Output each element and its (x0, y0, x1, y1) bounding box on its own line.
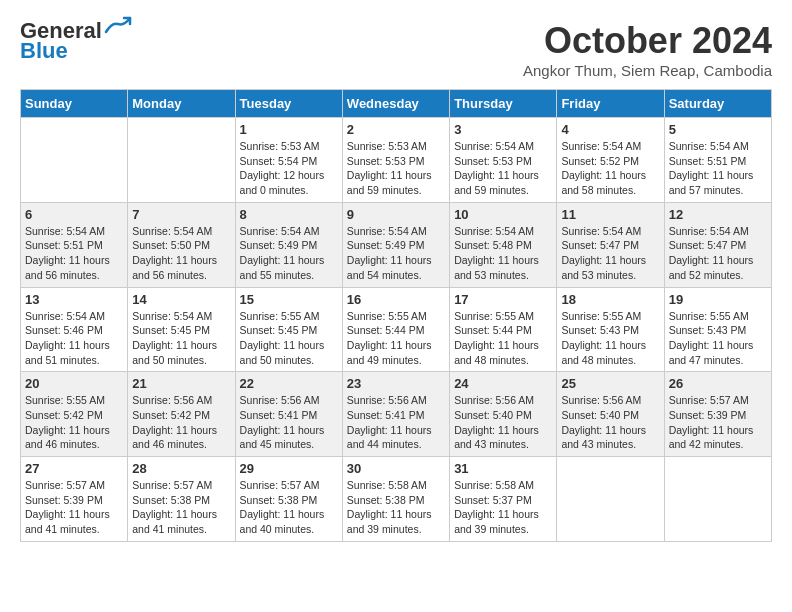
weekday-header-sunday: Sunday (21, 90, 128, 118)
calendar-cell: 18Sunrise: 5:55 AMSunset: 5:43 PMDayligh… (557, 287, 664, 372)
weekday-header-friday: Friday (557, 90, 664, 118)
day-info: Sunrise: 5:56 AMSunset: 5:40 PMDaylight:… (561, 393, 659, 452)
day-info: Sunrise: 5:55 AMSunset: 5:45 PMDaylight:… (240, 309, 338, 368)
day-info: Sunrise: 5:55 AMSunset: 5:44 PMDaylight:… (454, 309, 552, 368)
day-info: Sunrise: 5:54 AMSunset: 5:52 PMDaylight:… (561, 139, 659, 198)
page-header: General Blue October 2024 Angkor Thum, S… (20, 20, 772, 79)
weekday-header-tuesday: Tuesday (235, 90, 342, 118)
day-info: Sunrise: 5:54 AMSunset: 5:48 PMDaylight:… (454, 224, 552, 283)
day-number: 2 (347, 122, 445, 137)
calendar-cell: 9Sunrise: 5:54 AMSunset: 5:49 PMDaylight… (342, 202, 449, 287)
day-number: 21 (132, 376, 230, 391)
calendar-cell: 11Sunrise: 5:54 AMSunset: 5:47 PMDayligh… (557, 202, 664, 287)
day-info: Sunrise: 5:58 AMSunset: 5:38 PMDaylight:… (347, 478, 445, 537)
calendar-cell: 3Sunrise: 5:54 AMSunset: 5:53 PMDaylight… (450, 118, 557, 203)
calendar-cell: 16Sunrise: 5:55 AMSunset: 5:44 PMDayligh… (342, 287, 449, 372)
calendar-cell (557, 457, 664, 542)
day-info: Sunrise: 5:54 AMSunset: 5:49 PMDaylight:… (240, 224, 338, 283)
day-info: Sunrise: 5:54 AMSunset: 5:49 PMDaylight:… (347, 224, 445, 283)
day-number: 25 (561, 376, 659, 391)
calendar-cell: 24Sunrise: 5:56 AMSunset: 5:40 PMDayligh… (450, 372, 557, 457)
day-info: Sunrise: 5:54 AMSunset: 5:50 PMDaylight:… (132, 224, 230, 283)
day-number: 10 (454, 207, 552, 222)
calendar-cell: 2Sunrise: 5:53 AMSunset: 5:53 PMDaylight… (342, 118, 449, 203)
day-number: 22 (240, 376, 338, 391)
day-info: Sunrise: 5:54 AMSunset: 5:53 PMDaylight:… (454, 139, 552, 198)
calendar-cell: 15Sunrise: 5:55 AMSunset: 5:45 PMDayligh… (235, 287, 342, 372)
calendar-week-row-3: 13Sunrise: 5:54 AMSunset: 5:46 PMDayligh… (21, 287, 772, 372)
day-number: 26 (669, 376, 767, 391)
weekday-header-thursday: Thursday (450, 90, 557, 118)
calendar-week-row-2: 6Sunrise: 5:54 AMSunset: 5:51 PMDaylight… (21, 202, 772, 287)
day-number: 23 (347, 376, 445, 391)
calendar-cell (128, 118, 235, 203)
day-info: Sunrise: 5:54 AMSunset: 5:47 PMDaylight:… (561, 224, 659, 283)
day-number: 1 (240, 122, 338, 137)
day-number: 3 (454, 122, 552, 137)
calendar-cell: 21Sunrise: 5:56 AMSunset: 5:42 PMDayligh… (128, 372, 235, 457)
day-number: 6 (25, 207, 123, 222)
logo: General Blue (20, 20, 132, 64)
calendar-cell: 28Sunrise: 5:57 AMSunset: 5:38 PMDayligh… (128, 457, 235, 542)
calendar-cell: 5Sunrise: 5:54 AMSunset: 5:51 PMDaylight… (664, 118, 771, 203)
calendar-cell: 13Sunrise: 5:54 AMSunset: 5:46 PMDayligh… (21, 287, 128, 372)
day-number: 5 (669, 122, 767, 137)
calendar-cell (21, 118, 128, 203)
calendar-cell: 26Sunrise: 5:57 AMSunset: 5:39 PMDayligh… (664, 372, 771, 457)
day-number: 12 (669, 207, 767, 222)
day-info: Sunrise: 5:53 AMSunset: 5:53 PMDaylight:… (347, 139, 445, 198)
weekday-header-monday: Monday (128, 90, 235, 118)
day-number: 17 (454, 292, 552, 307)
day-number: 18 (561, 292, 659, 307)
day-number: 13 (25, 292, 123, 307)
day-info: Sunrise: 5:56 AMSunset: 5:41 PMDaylight:… (347, 393, 445, 452)
calendar-cell: 12Sunrise: 5:54 AMSunset: 5:47 PMDayligh… (664, 202, 771, 287)
day-info: Sunrise: 5:55 AMSunset: 5:42 PMDaylight:… (25, 393, 123, 452)
calendar-cell: 10Sunrise: 5:54 AMSunset: 5:48 PMDayligh… (450, 202, 557, 287)
day-info: Sunrise: 5:54 AMSunset: 5:46 PMDaylight:… (25, 309, 123, 368)
month-title: October 2024 (523, 20, 772, 62)
day-info: Sunrise: 5:54 AMSunset: 5:45 PMDaylight:… (132, 309, 230, 368)
day-info: Sunrise: 5:54 AMSunset: 5:51 PMDaylight:… (25, 224, 123, 283)
calendar-cell: 25Sunrise: 5:56 AMSunset: 5:40 PMDayligh… (557, 372, 664, 457)
day-number: 15 (240, 292, 338, 307)
day-number: 28 (132, 461, 230, 476)
day-number: 19 (669, 292, 767, 307)
logo-bird-icon (104, 14, 132, 36)
day-number: 7 (132, 207, 230, 222)
day-number: 8 (240, 207, 338, 222)
calendar-cell: 1Sunrise: 5:53 AMSunset: 5:54 PMDaylight… (235, 118, 342, 203)
day-number: 9 (347, 207, 445, 222)
day-number: 4 (561, 122, 659, 137)
day-info: Sunrise: 5:58 AMSunset: 5:37 PMDaylight:… (454, 478, 552, 537)
weekday-header-row: SundayMondayTuesdayWednesdayThursdayFrid… (21, 90, 772, 118)
day-info: Sunrise: 5:57 AMSunset: 5:38 PMDaylight:… (240, 478, 338, 537)
calendar-cell: 8Sunrise: 5:54 AMSunset: 5:49 PMDaylight… (235, 202, 342, 287)
day-number: 31 (454, 461, 552, 476)
calendar-cell: 22Sunrise: 5:56 AMSunset: 5:41 PMDayligh… (235, 372, 342, 457)
calendar-week-row-5: 27Sunrise: 5:57 AMSunset: 5:39 PMDayligh… (21, 457, 772, 542)
day-info: Sunrise: 5:55 AMSunset: 5:44 PMDaylight:… (347, 309, 445, 368)
calendar-cell: 27Sunrise: 5:57 AMSunset: 5:39 PMDayligh… (21, 457, 128, 542)
day-info: Sunrise: 5:55 AMSunset: 5:43 PMDaylight:… (669, 309, 767, 368)
calendar-cell: 20Sunrise: 5:55 AMSunset: 5:42 PMDayligh… (21, 372, 128, 457)
location-subtitle: Angkor Thum, Siem Reap, Cambodia (523, 62, 772, 79)
day-info: Sunrise: 5:56 AMSunset: 5:42 PMDaylight:… (132, 393, 230, 452)
day-number: 20 (25, 376, 123, 391)
day-info: Sunrise: 5:56 AMSunset: 5:41 PMDaylight:… (240, 393, 338, 452)
calendar-cell: 30Sunrise: 5:58 AMSunset: 5:38 PMDayligh… (342, 457, 449, 542)
day-number: 29 (240, 461, 338, 476)
calendar-table: SundayMondayTuesdayWednesdayThursdayFrid… (20, 89, 772, 542)
calendar-cell: 17Sunrise: 5:55 AMSunset: 5:44 PMDayligh… (450, 287, 557, 372)
day-info: Sunrise: 5:56 AMSunset: 5:40 PMDaylight:… (454, 393, 552, 452)
calendar-cell: 4Sunrise: 5:54 AMSunset: 5:52 PMDaylight… (557, 118, 664, 203)
day-number: 11 (561, 207, 659, 222)
day-number: 27 (25, 461, 123, 476)
day-info: Sunrise: 5:54 AMSunset: 5:51 PMDaylight:… (669, 139, 767, 198)
calendar-week-row-4: 20Sunrise: 5:55 AMSunset: 5:42 PMDayligh… (21, 372, 772, 457)
calendar-cell: 23Sunrise: 5:56 AMSunset: 5:41 PMDayligh… (342, 372, 449, 457)
calendar-cell: 19Sunrise: 5:55 AMSunset: 5:43 PMDayligh… (664, 287, 771, 372)
day-number: 16 (347, 292, 445, 307)
day-number: 30 (347, 461, 445, 476)
weekday-header-wednesday: Wednesday (342, 90, 449, 118)
